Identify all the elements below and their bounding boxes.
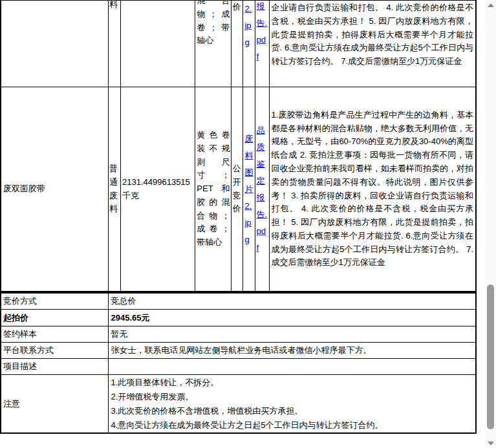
row-value <box>108 359 476 375</box>
info-table: 竞价方式 竞总价 起拍价 2945.65元 签约样本 暂无 平台联系方式 张女士… <box>0 292 477 434</box>
vertical-scrollbar[interactable] <box>485 0 496 448</box>
info-row-contract-sample: 签约样本 暂无 <box>1 326 476 343</box>
description-cell: 黄色卷装不规则尺寸；PET和胶的混合物；成卷；带轴心 <box>195 87 232 292</box>
quality-report-link[interactable]: 品质鉴定报告.pdf <box>256 122 268 257</box>
row-label: 项目描述 <box>1 359 108 375</box>
bid-method-cell: 价 <box>232 1 243 87</box>
quantity-cell: 2131.4499613515千克 <box>120 87 195 292</box>
image-link-cell: 2.jpg <box>243 1 255 87</box>
arrow-down-icon <box>488 442 494 445</box>
info-row-bid-method: 竞价方式 竞总价 <box>1 293 476 310</box>
notice-line: 1.此项目整体转让，不拆分。 <box>111 376 476 390</box>
quality-report-link[interactable]: 报告.pdf <box>256 1 268 66</box>
waste-image-link[interactable]: 2.jpg <box>244 1 253 51</box>
row-label: 注意 <box>1 375 108 434</box>
report-link-cell: 品质鉴定报告.pdf <box>255 87 269 292</box>
notes-cell: 1.废胶带边角料是产品生产过程中产生的边角料，基本都是各种材料的混合粘贴物，绝大… <box>269 87 476 292</box>
row-value: 暂无 <box>108 326 476 343</box>
notes-text: 企业请自行负责运输和打包。 4. 此次竞价的价格是不含税，税金由买方承担！ 5.… <box>272 1 473 86</box>
row-label: 平台联系方式 <box>1 343 108 359</box>
notice-line: 3.此次竞价的价格不含增值税，增值税由买方承担。 <box>111 404 476 418</box>
lot-row-partial: 料 混合物；成卷；带轴心 价 2.jpg 报告.pdf <box>1 1 476 87</box>
row-label: 签约样本 <box>1 326 108 343</box>
bid-method-cell: 公开竞价 <box>232 87 243 292</box>
row-value: 竞总价 <box>108 293 476 310</box>
info-row-notice: 注意 1.此项目整体转让，不拆分。 2.开增值税专用发票。 3.此次竞价的价格不… <box>1 375 476 434</box>
scroll-up-button[interactable] <box>485 0 496 10</box>
category-cell: 料 <box>108 1 120 87</box>
page-content: 料 混合物；成卷；带轴心 价 2.jpg 报告.pdf <box>0 0 477 434</box>
notes-cell: 企业请自行负责运输和打包。 4. 此次竞价的价格是不含税，税金由买方承担！ 5.… <box>269 1 476 87</box>
description-cell: 混合物；成卷；带轴心 <box>195 1 232 87</box>
item-name-cell: 废双面胶带 <box>1 87 108 292</box>
description-text: 混合物；成卷；带轴心 <box>197 1 230 80</box>
info-row-project-description: 项目描述 <box>1 359 476 375</box>
category-cell: 普通废料 <box>108 87 120 292</box>
notice-line: 2.开增值税专用发票。 <box>111 390 476 404</box>
image-link-cell: 废料图片2.jpg <box>243 87 255 292</box>
row-label: 起拍价 <box>1 310 108 326</box>
row-value: 1.此项目整体转让，不拆分。 2.开增值税专用发票。 3.此次竞价的价格不含增值… <box>108 375 476 434</box>
row-label: 竞价方式 <box>1 293 108 310</box>
waste-image-link[interactable]: 废料图片2.jpg <box>244 131 253 248</box>
arrow-up-icon <box>488 3 494 7</box>
scrollbar-thumb[interactable] <box>487 284 494 429</box>
quantity-cell <box>120 1 195 87</box>
info-row-contact: 平台联系方式 张女士，联系电话见网站左侧导航栏业务电话或者微信小程序最下方。 <box>1 343 476 359</box>
item-name-cell <box>1 1 108 87</box>
report-link-cell: 报告.pdf <box>255 1 269 87</box>
row-value: 张女士，联系电话见网站左侧导航栏业务电话或者微信小程序最下方。 <box>108 343 476 359</box>
notice-line: 4.意向受让方须在成为最终受让方之日起5个工作日内与转让方签订合约。 <box>111 418 476 432</box>
row-value: 2945.65元 <box>108 310 476 326</box>
info-row-start-price: 起拍价 2945.65元 <box>1 310 476 326</box>
lot-row: 废双面胶带 普通废料 2131.4499613515千克 黄色卷装不规则尺寸；P… <box>1 87 476 292</box>
bid-method-text: 价 <box>232 1 242 85</box>
category-text: 料 <box>109 1 120 83</box>
scroll-down-button[interactable] <box>485 438 496 448</box>
auction-detail-page: 料 混合物；成卷；带轴心 价 2.jpg 报告.pdf <box>0 0 496 448</box>
lot-table: 料 混合物；成卷；带轴心 价 2.jpg 报告.pdf <box>0 0 477 292</box>
